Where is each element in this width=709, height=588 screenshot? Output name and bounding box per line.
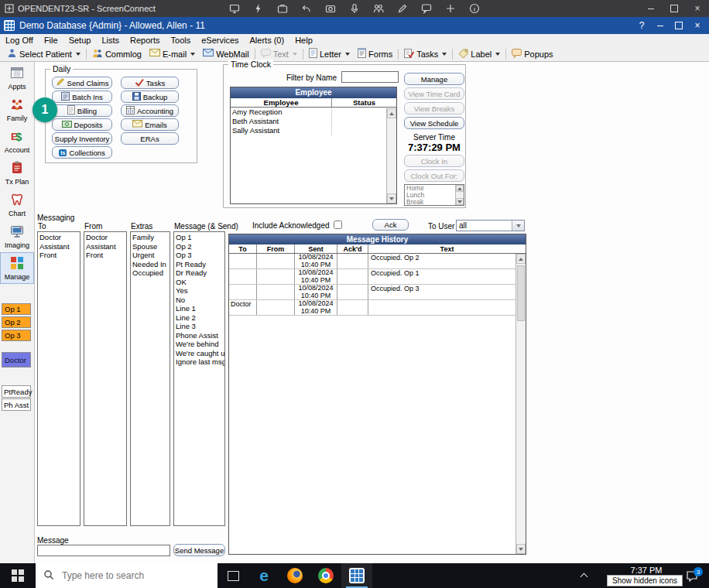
menu-item[interactable]: Lists [96, 34, 125, 46]
module-family[interactable]: Family [0, 94, 34, 125]
message-list-item[interactable]: We're behind [176, 340, 224, 349]
menu-item[interactable]: Help [289, 34, 318, 46]
doctor-view-button[interactable]: Doctor [2, 352, 31, 368]
message-list-item[interactable]: Op 2 [176, 242, 224, 251]
scroll-down-icon[interactable] [456, 198, 464, 205]
employee-row[interactable]: Amy Reception [231, 108, 386, 117]
extras-list-item[interactable]: Urgent [132, 251, 170, 260]
message-list-item[interactable]: No [176, 296, 224, 305]
edge-taskbar-button[interactable]: e [248, 563, 279, 588]
from-list-item[interactable]: Doctor [86, 233, 126, 242]
menu-item[interactable]: Reports [125, 34, 166, 46]
module-imaging[interactable]: Imaging [0, 220, 34, 252]
taskbar-clock[interactable]: 7:37 PM [619, 566, 673, 575]
collections-button[interactable]: ts Collections [52, 146, 112, 159]
module-txplan[interactable]: Tx Plan [0, 157, 34, 189]
filter-by-name-input[interactable] [341, 71, 399, 83]
webmail-button[interactable]: WebMail [199, 47, 253, 60]
message-list-item[interactable]: Op 3 [176, 251, 224, 260]
vault-icon[interactable] [276, 2, 289, 15]
ph-asst-button[interactable]: Ph Asst [2, 398, 31, 411]
start-button[interactable] [0, 563, 36, 588]
message-list-item[interactable]: Pt Ready [176, 260, 224, 269]
history-row[interactable]: 10/08/2024 10:40 PM Occupied. Op 3 [229, 285, 515, 300]
lightning-icon[interactable] [252, 2, 265, 15]
scroll-up-icon[interactable] [387, 108, 396, 118]
task-view-button[interactable] [217, 563, 248, 588]
opendental-taskbar-button[interactable] [341, 563, 372, 588]
scroll-up-icon[interactable] [456, 185, 464, 192]
extras-list-item[interactable]: Needed In [132, 260, 170, 269]
message-list-item[interactable]: We're caught up [176, 349, 224, 358]
chat-icon[interactable] [420, 2, 433, 15]
scroll-down-icon[interactable] [387, 193, 396, 203]
module-appts[interactable]: Appts [0, 62, 34, 94]
extras-list-item[interactable]: Family [132, 233, 170, 242]
menu-item[interactable]: Alerts (0) [245, 34, 290, 46]
message-list-item[interactable]: Dr Ready [176, 268, 224, 278]
send-claims-button[interactable]: Send Claims [52, 77, 112, 89]
help-button[interactable]: ? [632, 19, 651, 32]
message-list-item[interactable]: Line 1 [176, 304, 224, 313]
scroll-down-icon[interactable] [516, 544, 526, 554]
to-list-item[interactable]: Front [39, 251, 80, 260]
from-list-item[interactable]: Front [86, 251, 126, 260]
popups-button[interactable]: Popups [508, 47, 557, 60]
history-row[interactable]: 10/08/2024 10:40 PM Occupied. Op 2 [229, 254, 515, 269]
sc-minimize-button[interactable] [639, 0, 663, 17]
eras-button[interactable]: ERAs [121, 132, 179, 145]
info-icon[interactable] [468, 2, 481, 15]
options-scrollbar[interactable] [455, 185, 464, 205]
undo-icon[interactable] [300, 2, 313, 15]
batch-ins-button[interactable]: Batch Ins [52, 91, 112, 103]
send-message-button[interactable]: Send Message [173, 544, 225, 556]
history-row[interactable]: 10/08/2024 10:40 PM Occupied. Op 1 [229, 269, 515, 285]
message-list-item[interactable]: OK [176, 278, 224, 287]
scroll-up-icon[interactable] [516, 254, 526, 264]
menu-item[interactable]: Log Off [0, 34, 39, 46]
menu-item[interactable]: eServices [196, 34, 244, 46]
label-button[interactable]: Label [454, 47, 504, 60]
to-list-item[interactable]: Doctor [39, 233, 80, 242]
letter-button[interactable]: Letter [305, 47, 354, 60]
employee-row[interactable]: Beth Assistant [231, 117, 386, 126]
extras-list-item[interactable]: Spouse [132, 242, 170, 251]
deposits-button[interactable]: Deposits [52, 118, 112, 131]
taskbar-search[interactable] [36, 563, 217, 588]
history-row[interactable]: Doctor 10/08/2024 10:40 PM [229, 300, 515, 316]
to-user-select[interactable]: all [456, 220, 525, 231]
manage-timeclock-button[interactable]: Manage [404, 73, 464, 85]
tasks-daily-button[interactable]: Tasks [121, 77, 179, 89]
maximize-button[interactable] [670, 19, 688, 32]
menu-item[interactable]: Tools [166, 34, 197, 46]
view-schedule-button[interactable]: View Schedule [404, 117, 464, 129]
participants-icon[interactable] [372, 2, 385, 15]
message-list-item[interactable]: Ignore last msg [176, 357, 224, 367]
module-chart[interactable]: Chart [0, 189, 34, 220]
employee-row[interactable]: Sally Assistant [231, 126, 386, 135]
message-list-item[interactable]: Line 3 [176, 322, 224, 331]
hidden-icons-button[interactable] [574, 563, 593, 588]
message-list-item[interactable]: Op 1 [176, 233, 224, 242]
pt-ready-button[interactable]: PtReady [2, 385, 31, 398]
message-list-item[interactable]: Yes [176, 286, 224, 296]
employee-grid-scrollbar[interactable] [386, 108, 396, 203]
microphone-icon[interactable] [348, 2, 361, 15]
close-button[interactable]: × [688, 19, 707, 32]
billing-button[interactable]: Billing [52, 104, 112, 117]
monitor-icon[interactable] [228, 2, 241, 15]
extras-list-item[interactable]: Occupied [132, 268, 170, 278]
operatory-button[interactable]: Op 3 [2, 330, 31, 341]
annotate-icon[interactable] [396, 2, 409, 15]
message-history-scrollbar[interactable] [515, 254, 526, 554]
to-list-item[interactable]: Assistant [39, 242, 80, 251]
select-patient-button[interactable]: Select Patient [3, 47, 84, 60]
include-acknowledged-checkbox[interactable] [334, 220, 342, 229]
operatory-button[interactable]: Op 1 [2, 303, 31, 315]
minimize-button[interactable] [651, 19, 670, 32]
from-list-item[interactable]: Assistant [86, 242, 126, 251]
firefox-taskbar-button[interactable] [279, 563, 310, 588]
sc-close-button[interactable]: × [686, 0, 709, 17]
supply-inventory-button[interactable]: Supply Inventory [52, 132, 112, 145]
message-list-item[interactable]: Line 2 [176, 313, 224, 323]
